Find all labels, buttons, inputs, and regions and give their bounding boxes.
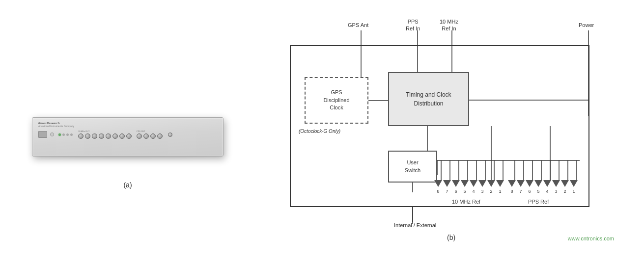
tri-pps-6 bbox=[526, 180, 533, 187]
mhz-num-7: 7 bbox=[443, 189, 451, 194]
pps-ref-label: PPS Ref bbox=[528, 199, 549, 205]
tri-mhz-3 bbox=[478, 180, 486, 187]
pps-num-1: 1 bbox=[569, 189, 578, 194]
left-caption: (a) bbox=[123, 181, 132, 189]
main-container: Ettus Research A National Instruments Co… bbox=[0, 0, 644, 262]
power-label: Power bbox=[579, 22, 594, 28]
mhz-num-4: 4 bbox=[469, 189, 478, 194]
timing-box: Timing and Clock Distribution bbox=[388, 72, 469, 126]
pps-num-row: 8 7 6 5 4 3 2 1 bbox=[507, 189, 578, 194]
right-caption: (b) bbox=[447, 234, 455, 241]
mhz-ref-in-label: 10 MHz Ref In bbox=[440, 18, 458, 32]
right-panel: GPS Ant PPS Ref In 10 MHz Ref In Power G… bbox=[246, 5, 629, 257]
pps-num-7: 7 bbox=[516, 189, 525, 194]
pps-num-4: 4 bbox=[543, 189, 552, 194]
pps-triangle-row bbox=[507, 180, 578, 187]
mhz-num-5: 5 bbox=[460, 189, 469, 194]
gps-ant-label: GPS Ant bbox=[348, 22, 368, 28]
mhz-num-2: 2 bbox=[487, 189, 496, 194]
mhz-num-3: 3 bbox=[478, 189, 487, 194]
tri-pps-4 bbox=[543, 180, 551, 187]
tri-mhz-1 bbox=[496, 180, 504, 187]
tri-mhz-7 bbox=[443, 180, 451, 187]
timing-label: Timing and Clock Distribution bbox=[406, 90, 451, 108]
pps-num-2: 2 bbox=[560, 189, 569, 194]
switch-label: User Switch bbox=[405, 159, 420, 174]
tri-pps-2 bbox=[561, 180, 569, 187]
mhz-num-row: 8 7 6 5 4 3 2 1 bbox=[434, 189, 504, 194]
mhz-ref-label: 10 MHz Ref bbox=[452, 199, 480, 205]
left-panel: Ettus Research A National Instruments Co… bbox=[10, 5, 246, 257]
device-sublabel: A National Instruments Company bbox=[38, 125, 217, 128]
tri-pps-5 bbox=[534, 180, 542, 187]
mhz-num-8: 8 bbox=[434, 189, 443, 194]
switch-box: User Switch bbox=[388, 151, 437, 183]
pps-num-3: 3 bbox=[552, 189, 560, 194]
tri-mhz-8 bbox=[434, 180, 442, 187]
gps-clock-label: GPS Disciplined Clock bbox=[323, 89, 349, 111]
tri-pps-3 bbox=[552, 180, 560, 187]
diagram-wrapper: GPS Ant PPS Ref In 10 MHz Ref In Power G… bbox=[265, 18, 619, 244]
mhz-num-1: 1 bbox=[496, 189, 504, 194]
tri-mhz-2 bbox=[487, 180, 495, 187]
tri-pps-8 bbox=[508, 180, 516, 187]
tri-pps-7 bbox=[517, 180, 525, 187]
pps-ref-in-label: PPS Ref In bbox=[406, 18, 420, 32]
device-image: Ettus Research A National Instruments Co… bbox=[25, 73, 231, 171]
tri-pps-1 bbox=[570, 180, 578, 187]
watermark: www.cntronics.com bbox=[568, 236, 614, 241]
pps-num-8: 8 bbox=[507, 189, 516, 194]
gps-box: GPS Disciplined Clock bbox=[305, 77, 368, 124]
mhz-num-6: 6 bbox=[451, 189, 460, 194]
internal-external-label: Internal / External bbox=[394, 222, 436, 229]
pps-num-6: 6 bbox=[525, 189, 534, 194]
tri-mhz-4 bbox=[470, 180, 477, 187]
tri-mhz-5 bbox=[461, 180, 469, 187]
octoclock-label: (Octoclock-G Only) bbox=[299, 129, 340, 134]
mhz-triangle-row bbox=[434, 180, 504, 187]
pps-num-5: 5 bbox=[534, 189, 543, 194]
tri-mhz-6 bbox=[452, 180, 460, 187]
